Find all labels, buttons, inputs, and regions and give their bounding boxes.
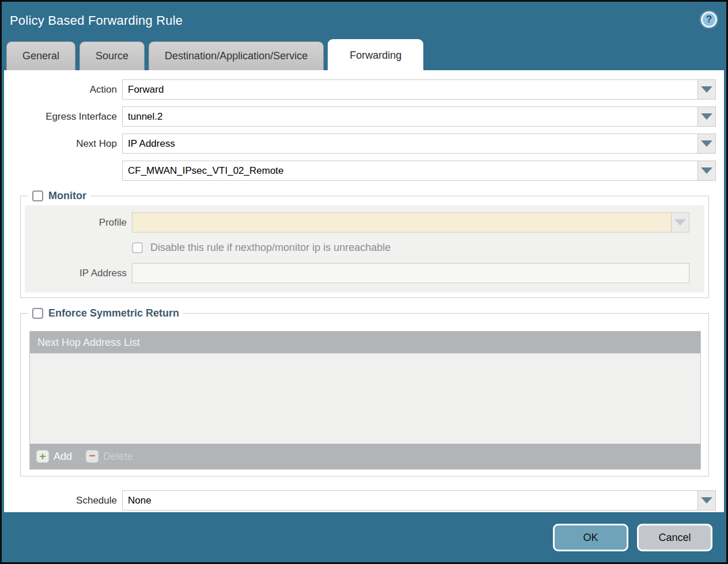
monitor-legend: Monitor: [28, 190, 90, 202]
minus-icon: −: [86, 450, 98, 463]
next-hop-address-select[interactable]: CF_MWAN_IPsec_VTI_02_Remote: [122, 161, 716, 181]
schedule-dropdown-button[interactable]: [697, 491, 715, 510]
add-button-label: Add: [54, 451, 72, 463]
tab-source[interactable]: Source: [79, 41, 145, 70]
egress-interface-dropdown-button[interactable]: [697, 107, 715, 126]
next-hop-address-row: CF_MWAN_IPsec_VTI_02_Remote: [8, 161, 716, 181]
chevron-down-icon: [701, 497, 712, 504]
forwarding-tab-panel: Action Forward Egress Interface tunnel.2…: [4, 70, 724, 512]
next-hop-address-table-header: Next Hop Address List: [30, 331, 700, 353]
action-row: Action Forward: [8, 79, 716, 100]
cancel-button[interactable]: Cancel: [637, 524, 712, 551]
add-button[interactable]: + Add: [36, 450, 72, 463]
next-hop-address-column-header: Next Hop Address List: [37, 337, 140, 349]
monitor-fieldset: Monitor Profile Disable: [20, 190, 709, 298]
disable-rule-checkbox: [132, 242, 143, 253]
profile-select: [132, 212, 689, 233]
egress-interface-row: Egress Interface tunnel.2: [8, 106, 716, 127]
monitor-ip-address-row: IP Address: [25, 263, 704, 283]
schedule-row: Schedule None: [8, 490, 716, 510]
next-hop-address-table-body: [30, 353, 700, 444]
disable-rule-row: Disable this rule if nexthop/monitor ip …: [25, 242, 704, 254]
schedule-value[interactable]: None: [123, 491, 697, 510]
chevron-down-icon: [701, 113, 712, 120]
egress-interface-label: Egress Interface: [8, 111, 122, 123]
chevron-down-icon: [701, 86, 712, 93]
next-hop-row: Next Hop IP Address: [8, 134, 716, 154]
dialog-title: Policy Based Forwarding Rule: [10, 13, 183, 28]
disable-rule-check-row: Disable this rule if nexthop/monitor ip …: [132, 242, 390, 254]
next-hop-type-dropdown-button[interactable]: [697, 134, 715, 153]
dialog-titlebar: Policy Based Forwarding Rule ?: [2, 2, 726, 39]
chevron-down-icon: [674, 219, 686, 226]
monitor-ip-address-label: IP Address: [25, 268, 132, 279]
tab-destination-application-service[interactable]: Destination/Application/Service: [149, 41, 324, 70]
delete-button: − Delete: [86, 450, 133, 463]
action-select[interactable]: Forward: [122, 79, 716, 100]
help-glyph: ?: [706, 14, 712, 25]
symmetric-return-legend: Enforce Symmetric Return: [28, 307, 183, 319]
next-hop-address-dropdown-button[interactable]: [697, 161, 715, 180]
symmetric-return-fieldset: Enforce Symmetric Return Next Hop Addres…: [20, 307, 709, 477]
profile-row: Profile: [25, 212, 704, 233]
monitor-checkbox[interactable]: [32, 190, 43, 201]
next-hop-label: Next Hop: [8, 138, 122, 150]
chevron-down-icon: [701, 140, 712, 147]
monitor-ip-address-input: [132, 263, 689, 283]
help-icon[interactable]: ?: [701, 12, 717, 28]
next-hop-type-select[interactable]: IP Address: [122, 134, 716, 154]
action-label: Action: [8, 84, 122, 96]
next-hop-address-value[interactable]: CF_MWAN_IPsec_VTI_02_Remote: [123, 161, 697, 180]
pbf-rule-dialog: Policy Based Forwarding Rule ? General S…: [0, 0, 728, 564]
tab-forwarding[interactable]: Forwarding: [328, 39, 423, 70]
delete-button-label: Delete: [103, 451, 133, 463]
tab-general[interactable]: General: [6, 41, 75, 70]
egress-interface-select[interactable]: tunnel.2: [122, 106, 716, 127]
next-hop-address-table: Next Hop Address List + Add − Delete: [29, 331, 701, 470]
schedule-label: Schedule: [8, 495, 122, 506]
profile-value: [132, 213, 671, 232]
schedule-select[interactable]: None: [122, 490, 716, 510]
egress-interface-value[interactable]: tunnel.2: [123, 107, 697, 126]
disable-rule-label: Disable this rule if nexthop/monitor ip …: [150, 242, 390, 254]
plus-icon: +: [36, 450, 49, 463]
symmetric-return-legend-label: Enforce Symmetric Return: [48, 307, 179, 319]
next-hop-type-value[interactable]: IP Address: [123, 134, 697, 153]
next-hop-address-table-toolbar: + Add − Delete: [30, 444, 700, 469]
action-value[interactable]: Forward: [123, 80, 697, 99]
chevron-down-icon: [701, 167, 712, 174]
tab-bar: General Source Destination/Application/S…: [2, 39, 726, 70]
monitor-legend-label: Monitor: [48, 190, 86, 202]
action-dropdown-button[interactable]: [697, 80, 715, 99]
dialog-footer: OK Cancel: [2, 512, 726, 563]
ok-button[interactable]: OK: [553, 524, 628, 551]
profile-dropdown-button: [671, 213, 689, 232]
profile-label: Profile: [25, 217, 132, 228]
symmetric-return-checkbox[interactable]: [32, 308, 43, 319]
monitor-panel: Profile Disable this rule if nexthop/mon…: [25, 205, 704, 292]
